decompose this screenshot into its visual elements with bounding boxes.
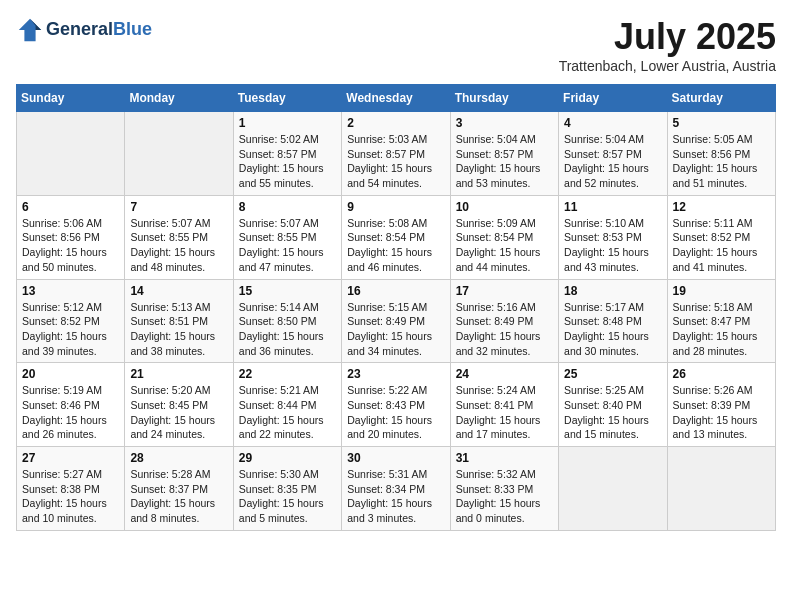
day-number: 10 bbox=[456, 200, 553, 214]
day-number: 28 bbox=[130, 451, 227, 465]
day-info: Sunrise: 5:27 AM Sunset: 8:38 PM Dayligh… bbox=[22, 467, 119, 526]
day-info: Sunrise: 5:22 AM Sunset: 8:43 PM Dayligh… bbox=[347, 383, 444, 442]
day-cell: 6Sunrise: 5:06 AM Sunset: 8:56 PM Daylig… bbox=[17, 195, 125, 279]
day-number: 29 bbox=[239, 451, 336, 465]
col-header-tuesday: Tuesday bbox=[233, 85, 341, 112]
day-cell: 16Sunrise: 5:15 AM Sunset: 8:49 PM Dayli… bbox=[342, 279, 450, 363]
day-cell: 23Sunrise: 5:22 AM Sunset: 8:43 PM Dayli… bbox=[342, 363, 450, 447]
day-cell: 13Sunrise: 5:12 AM Sunset: 8:52 PM Dayli… bbox=[17, 279, 125, 363]
day-number: 8 bbox=[239, 200, 336, 214]
day-cell bbox=[559, 447, 667, 531]
day-number: 2 bbox=[347, 116, 444, 130]
day-cell: 18Sunrise: 5:17 AM Sunset: 8:48 PM Dayli… bbox=[559, 279, 667, 363]
day-info: Sunrise: 5:24 AM Sunset: 8:41 PM Dayligh… bbox=[456, 383, 553, 442]
day-info: Sunrise: 5:13 AM Sunset: 8:51 PM Dayligh… bbox=[130, 300, 227, 359]
page-header: GeneralBlue July 2025 Trattenbach, Lower… bbox=[16, 16, 776, 74]
day-info: Sunrise: 5:21 AM Sunset: 8:44 PM Dayligh… bbox=[239, 383, 336, 442]
day-cell: 5Sunrise: 5:05 AM Sunset: 8:56 PM Daylig… bbox=[667, 112, 775, 196]
day-cell bbox=[667, 447, 775, 531]
day-cell: 11Sunrise: 5:10 AM Sunset: 8:53 PM Dayli… bbox=[559, 195, 667, 279]
day-cell: 9Sunrise: 5:08 AM Sunset: 8:54 PM Daylig… bbox=[342, 195, 450, 279]
col-header-sunday: Sunday bbox=[17, 85, 125, 112]
day-info: Sunrise: 5:03 AM Sunset: 8:57 PM Dayligh… bbox=[347, 132, 444, 191]
day-info: Sunrise: 5:14 AM Sunset: 8:50 PM Dayligh… bbox=[239, 300, 336, 359]
day-cell: 26Sunrise: 5:26 AM Sunset: 8:39 PM Dayli… bbox=[667, 363, 775, 447]
day-number: 22 bbox=[239, 367, 336, 381]
day-cell: 14Sunrise: 5:13 AM Sunset: 8:51 PM Dayli… bbox=[125, 279, 233, 363]
day-cell: 10Sunrise: 5:09 AM Sunset: 8:54 PM Dayli… bbox=[450, 195, 558, 279]
day-info: Sunrise: 5:26 AM Sunset: 8:39 PM Dayligh… bbox=[673, 383, 770, 442]
day-info: Sunrise: 5:05 AM Sunset: 8:56 PM Dayligh… bbox=[673, 132, 770, 191]
day-number: 23 bbox=[347, 367, 444, 381]
day-number: 25 bbox=[564, 367, 661, 381]
day-info: Sunrise: 5:07 AM Sunset: 8:55 PM Dayligh… bbox=[239, 216, 336, 275]
day-info: Sunrise: 5:11 AM Sunset: 8:52 PM Dayligh… bbox=[673, 216, 770, 275]
day-cell: 4Sunrise: 5:04 AM Sunset: 8:57 PM Daylig… bbox=[559, 112, 667, 196]
day-cell: 28Sunrise: 5:28 AM Sunset: 8:37 PM Dayli… bbox=[125, 447, 233, 531]
day-number: 16 bbox=[347, 284, 444, 298]
day-number: 14 bbox=[130, 284, 227, 298]
day-cell bbox=[17, 112, 125, 196]
day-info: Sunrise: 5:20 AM Sunset: 8:45 PM Dayligh… bbox=[130, 383, 227, 442]
day-number: 19 bbox=[673, 284, 770, 298]
day-cell: 8Sunrise: 5:07 AM Sunset: 8:55 PM Daylig… bbox=[233, 195, 341, 279]
day-info: Sunrise: 5:08 AM Sunset: 8:54 PM Dayligh… bbox=[347, 216, 444, 275]
day-cell: 20Sunrise: 5:19 AM Sunset: 8:46 PM Dayli… bbox=[17, 363, 125, 447]
day-cell: 7Sunrise: 5:07 AM Sunset: 8:55 PM Daylig… bbox=[125, 195, 233, 279]
day-cell: 22Sunrise: 5:21 AM Sunset: 8:44 PM Dayli… bbox=[233, 363, 341, 447]
logo: GeneralBlue bbox=[16, 16, 152, 44]
logo-icon bbox=[16, 16, 44, 44]
week-row-1: 1Sunrise: 5:02 AM Sunset: 8:57 PM Daylig… bbox=[17, 112, 776, 196]
week-row-3: 13Sunrise: 5:12 AM Sunset: 8:52 PM Dayli… bbox=[17, 279, 776, 363]
day-number: 18 bbox=[564, 284, 661, 298]
day-info: Sunrise: 5:17 AM Sunset: 8:48 PM Dayligh… bbox=[564, 300, 661, 359]
day-number: 13 bbox=[22, 284, 119, 298]
day-info: Sunrise: 5:31 AM Sunset: 8:34 PM Dayligh… bbox=[347, 467, 444, 526]
day-info: Sunrise: 5:25 AM Sunset: 8:40 PM Dayligh… bbox=[564, 383, 661, 442]
day-number: 20 bbox=[22, 367, 119, 381]
day-cell: 27Sunrise: 5:27 AM Sunset: 8:38 PM Dayli… bbox=[17, 447, 125, 531]
day-info: Sunrise: 5:09 AM Sunset: 8:54 PM Dayligh… bbox=[456, 216, 553, 275]
day-info: Sunrise: 5:02 AM Sunset: 8:57 PM Dayligh… bbox=[239, 132, 336, 191]
logo-text: GeneralBlue bbox=[46, 20, 152, 40]
day-number: 26 bbox=[673, 367, 770, 381]
title-block: July 2025 Trattenbach, Lower Austria, Au… bbox=[559, 16, 776, 74]
col-header-monday: Monday bbox=[125, 85, 233, 112]
day-info: Sunrise: 5:32 AM Sunset: 8:33 PM Dayligh… bbox=[456, 467, 553, 526]
day-number: 17 bbox=[456, 284, 553, 298]
day-number: 12 bbox=[673, 200, 770, 214]
day-number: 3 bbox=[456, 116, 553, 130]
day-cell: 12Sunrise: 5:11 AM Sunset: 8:52 PM Dayli… bbox=[667, 195, 775, 279]
day-cell: 19Sunrise: 5:18 AM Sunset: 8:47 PM Dayli… bbox=[667, 279, 775, 363]
day-number: 5 bbox=[673, 116, 770, 130]
col-header-friday: Friday bbox=[559, 85, 667, 112]
day-cell: 25Sunrise: 5:25 AM Sunset: 8:40 PM Dayli… bbox=[559, 363, 667, 447]
day-cell: 1Sunrise: 5:02 AM Sunset: 8:57 PM Daylig… bbox=[233, 112, 341, 196]
day-info: Sunrise: 5:15 AM Sunset: 8:49 PM Dayligh… bbox=[347, 300, 444, 359]
day-number: 21 bbox=[130, 367, 227, 381]
calendar-header: SundayMondayTuesdayWednesdayThursdayFrid… bbox=[17, 85, 776, 112]
col-header-thursday: Thursday bbox=[450, 85, 558, 112]
day-cell: 3Sunrise: 5:04 AM Sunset: 8:57 PM Daylig… bbox=[450, 112, 558, 196]
logo-blue: Blue bbox=[113, 19, 152, 39]
day-number: 27 bbox=[22, 451, 119, 465]
day-info: Sunrise: 5:19 AM Sunset: 8:46 PM Dayligh… bbox=[22, 383, 119, 442]
day-info: Sunrise: 5:07 AM Sunset: 8:55 PM Dayligh… bbox=[130, 216, 227, 275]
day-cell bbox=[125, 112, 233, 196]
day-info: Sunrise: 5:10 AM Sunset: 8:53 PM Dayligh… bbox=[564, 216, 661, 275]
calendar-table: SundayMondayTuesdayWednesdayThursdayFrid… bbox=[16, 84, 776, 531]
day-info: Sunrise: 5:12 AM Sunset: 8:52 PM Dayligh… bbox=[22, 300, 119, 359]
week-row-4: 20Sunrise: 5:19 AM Sunset: 8:46 PM Dayli… bbox=[17, 363, 776, 447]
day-info: Sunrise: 5:04 AM Sunset: 8:57 PM Dayligh… bbox=[564, 132, 661, 191]
day-cell: 31Sunrise: 5:32 AM Sunset: 8:33 PM Dayli… bbox=[450, 447, 558, 531]
day-number: 6 bbox=[22, 200, 119, 214]
day-cell: 17Sunrise: 5:16 AM Sunset: 8:49 PM Dayli… bbox=[450, 279, 558, 363]
day-cell: 15Sunrise: 5:14 AM Sunset: 8:50 PM Dayli… bbox=[233, 279, 341, 363]
day-cell: 29Sunrise: 5:30 AM Sunset: 8:35 PM Dayli… bbox=[233, 447, 341, 531]
day-number: 4 bbox=[564, 116, 661, 130]
day-number: 11 bbox=[564, 200, 661, 214]
calendar-body: 1Sunrise: 5:02 AM Sunset: 8:57 PM Daylig… bbox=[17, 112, 776, 531]
day-info: Sunrise: 5:06 AM Sunset: 8:56 PM Dayligh… bbox=[22, 216, 119, 275]
day-number: 7 bbox=[130, 200, 227, 214]
day-info: Sunrise: 5:18 AM Sunset: 8:47 PM Dayligh… bbox=[673, 300, 770, 359]
